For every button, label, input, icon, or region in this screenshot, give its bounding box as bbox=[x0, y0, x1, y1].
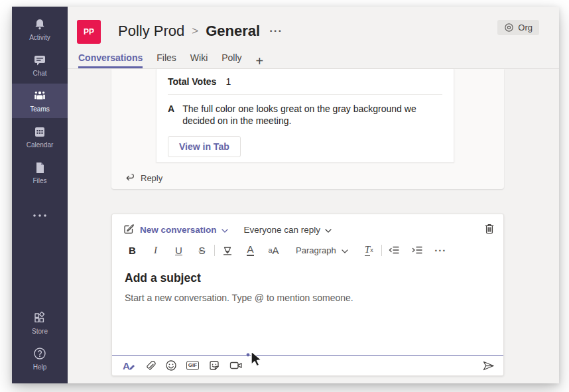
highlight-button[interactable] bbox=[216, 243, 239, 257]
reply-arrow-icon bbox=[124, 174, 135, 182]
underline-button[interactable]: U bbox=[167, 243, 190, 257]
teams-window: Activity Chat Teams Calendar bbox=[12, 7, 559, 383]
sidebar-item-activity[interactable]: Activity bbox=[12, 12, 68, 46]
new-conversation-label: New conversation bbox=[140, 225, 217, 235]
reply-button[interactable]: Reply bbox=[111, 167, 162, 189]
channel-header: PP Polly Prod > General ··· Org bbox=[68, 7, 559, 48]
compose-icon bbox=[123, 224, 134, 236]
emoji-icon[interactable] bbox=[165, 359, 177, 371]
org-badge[interactable]: Org bbox=[497, 20, 539, 35]
tab-conversations[interactable]: Conversations bbox=[78, 52, 143, 68]
subject-input[interactable]: Add a subject bbox=[112, 261, 503, 287]
send-icon[interactable] bbox=[482, 360, 495, 371]
compose-header: New conversation Everyone can reply bbox=[112, 214, 503, 239]
chevron-down-icon bbox=[342, 245, 348, 255]
channel-name: General bbox=[206, 23, 260, 40]
team-name[interactable]: Polly Prod bbox=[118, 23, 184, 40]
compose-empty-area[interactable] bbox=[112, 309, 503, 355]
sidebar-item-label: Help bbox=[33, 363, 47, 371]
tab-polly[interactable]: Polly bbox=[221, 52, 241, 68]
sidebar-item-label: Chat bbox=[32, 70, 46, 77]
sidebar-item-chat[interactable]: Chat bbox=[12, 48, 68, 82]
tab-wiki[interactable]: Wiki bbox=[190, 52, 208, 68]
ellipsis-icon bbox=[32, 214, 47, 218]
strikethrough-button[interactable]: S bbox=[190, 243, 214, 257]
paragraph-dropdown[interactable]: Paragraph bbox=[285, 243, 357, 257]
italic-button[interactable]: I bbox=[144, 243, 167, 257]
sidebar-item-store[interactable]: Store bbox=[12, 305, 68, 340]
conversation-pane: Total Votes 1 A The full color one looks… bbox=[68, 69, 559, 383]
reply-label: Reply bbox=[141, 173, 162, 183]
paragraph-label: Paragraph bbox=[296, 245, 336, 255]
eye-icon bbox=[504, 23, 514, 33]
compose-footer: A GIF bbox=[112, 355, 503, 375]
store-icon bbox=[32, 310, 47, 325]
channel-title: Polly Prod > General ··· bbox=[118, 23, 283, 40]
answer-text: The full color one looks great on the gr… bbox=[182, 103, 425, 127]
desktop-canvas: Activity Chat Teams Calendar bbox=[0, 0, 569, 392]
chevron-down-icon bbox=[325, 225, 332, 235]
sidebar-item-files[interactable]: Files bbox=[12, 155, 68, 190]
answer-letter: A bbox=[168, 103, 174, 127]
bold-button[interactable]: B bbox=[121, 243, 144, 257]
channel-tabbar: Conversations Files Wiki Polly + bbox=[68, 48, 559, 69]
attach-icon[interactable] bbox=[145, 359, 156, 371]
more-format-options-button[interactable]: ··· bbox=[429, 243, 452, 257]
sidebar-item-label: Files bbox=[32, 177, 46, 184]
card-divider bbox=[168, 94, 442, 95]
outdent-button[interactable] bbox=[383, 243, 406, 257]
trash-icon bbox=[484, 223, 495, 236]
breadcrumb-separator: > bbox=[192, 25, 198, 38]
sticker-icon[interactable] bbox=[208, 359, 220, 371]
compose-box: New conversation Everyone can reply bbox=[111, 214, 504, 376]
format-button[interactable]: A bbox=[123, 360, 135, 371]
toolbar-divider bbox=[381, 245, 382, 256]
sidebar-more-button[interactable] bbox=[12, 207, 68, 224]
org-badge-label: Org bbox=[518, 23, 533, 33]
sidebar-spacer bbox=[12, 224, 68, 305]
message-input[interactable]: Start a new conversation. Type @ to ment… bbox=[112, 287, 503, 309]
chevron-down-icon bbox=[221, 225, 228, 235]
sidebar-item-label: Activity bbox=[29, 34, 50, 41]
thread-card: Total Votes 1 A The full color one looks… bbox=[111, 69, 504, 189]
reply-permission-dropdown[interactable]: Everyone can reply bbox=[244, 225, 332, 235]
sidebar-item-label: Teams bbox=[30, 105, 49, 113]
new-conversation-dropdown[interactable]: New conversation bbox=[140, 225, 228, 235]
total-votes-value: 1 bbox=[225, 76, 231, 87]
files-icon bbox=[34, 161, 46, 174]
sidebar-item-help[interactable]: Help bbox=[12, 341, 68, 375]
help-icon bbox=[32, 346, 47, 361]
app-sidebar: Activity Chat Teams Calendar bbox=[12, 7, 68, 383]
font-color-button[interactable]: A bbox=[239, 244, 262, 256]
bell-icon bbox=[33, 18, 46, 31]
sidebar-item-calendar[interactable]: Calendar bbox=[12, 119, 68, 154]
calendar-icon bbox=[33, 125, 46, 139]
answer-row: A The full color one looks great on the … bbox=[168, 103, 442, 127]
delete-draft-button[interactable] bbox=[484, 223, 495, 236]
channel-more-button[interactable]: ··· bbox=[269, 25, 283, 38]
team-avatar[interactable]: PP bbox=[77, 20, 101, 44]
reply-permission-label: Everyone can reply bbox=[244, 225, 321, 235]
clear-formatting-button[interactable]: Tx bbox=[357, 243, 381, 257]
toolbar-divider bbox=[214, 245, 215, 256]
sidebar-item-teams[interactable]: Teams bbox=[12, 84, 68, 118]
indent-button[interactable] bbox=[406, 243, 429, 257]
view-in-tab-button[interactable]: View in Tab bbox=[168, 136, 241, 157]
meet-now-icon[interactable] bbox=[229, 360, 243, 371]
teams-icon bbox=[32, 90, 47, 103]
format-toolbar: B I U S A aA bbox=[112, 239, 503, 261]
gif-icon[interactable]: GIF bbox=[186, 361, 199, 370]
poll-message-card: Total Votes 1 A The full color one looks… bbox=[156, 69, 454, 163]
font-size-button[interactable]: aA bbox=[262, 243, 285, 257]
total-votes-row: Total Votes 1 bbox=[168, 76, 442, 87]
tab-files[interactable]: Files bbox=[157, 52, 176, 68]
add-tab-button[interactable]: + bbox=[256, 56, 264, 68]
channel-main: PP Polly Prod > General ··· Org Conversa… bbox=[68, 7, 559, 383]
chat-icon bbox=[33, 54, 46, 67]
total-votes-label: Total Votes bbox=[168, 76, 216, 87]
sidebar-item-label: Store bbox=[32, 328, 48, 335]
sidebar-item-label: Calendar bbox=[27, 141, 54, 149]
